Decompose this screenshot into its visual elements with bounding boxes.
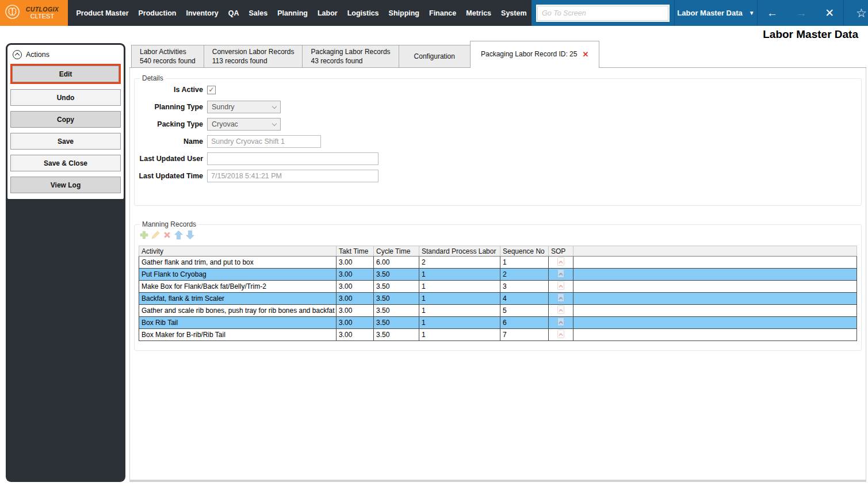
cell-takt-time: 3.00 — [337, 317, 374, 329]
nav-item-sales[interactable]: Sales — [244, 9, 273, 17]
cell-cycle-time: 3.50 — [374, 329, 419, 341]
cell-sequence-no: 6 — [500, 317, 549, 329]
copy-button[interactable]: Copy — [10, 111, 121, 128]
last-updated-time-label: Last Updated Time — [139, 172, 203, 180]
nav-item-system[interactable]: System — [496, 9, 531, 17]
edit-button[interactable]: Edit — [12, 66, 119, 82]
close-screen-icon[interactable]: ✕ — [825, 6, 834, 20]
column-header-sop[interactable]: SOP — [549, 246, 573, 257]
table-row[interactable]: Gather and scale rib bones, push tray fo… — [139, 305, 857, 317]
column-header-cycle-time[interactable]: Cycle Time — [374, 246, 419, 257]
cell-cycle-time: 3.50 — [374, 293, 419, 305]
nav-item-qa[interactable]: QA — [223, 9, 244, 17]
move-up-icon[interactable] — [174, 230, 183, 240]
add-icon[interactable] — [139, 230, 149, 240]
tab-label: Configuration — [414, 52, 455, 61]
cell-standard-process-labor: 1 — [419, 281, 500, 293]
planning-type-select[interactable]: Sundry — [207, 101, 281, 113]
save-button[interactable]: Save — [10, 133, 121, 150]
nav-item-finance[interactable]: Finance — [425, 9, 461, 17]
cell-filler — [573, 317, 857, 329]
column-header-activity[interactable]: Activity — [139, 246, 337, 257]
pdf-icon[interactable] — [549, 329, 573, 341]
column-header-standard-process-labor[interactable]: Standard Process Labor — [419, 246, 500, 257]
column-header-takt-time[interactable]: Takt Time — [337, 246, 374, 257]
column-header-sequence-no[interactable]: Sequence No — [500, 246, 549, 257]
pdf-icon[interactable] — [549, 305, 573, 317]
save-close-button[interactable]: Save & Close — [10, 155, 121, 171]
cell-sequence-no: 2 — [500, 269, 549, 281]
view-log-button[interactable]: View Log — [10, 177, 121, 193]
nav-item-product-master[interactable]: Product Master — [71, 9, 133, 17]
table-row[interactable]: Make Box for Flank/Back fat/Belly/Trim-2… — [139, 281, 857, 293]
tab-label: Packaging Labor Records — [311, 47, 390, 56]
save-close-button-wrap: Save & Close — [10, 155, 121, 171]
nav-item-planning[interactable]: Planning — [273, 9, 313, 17]
save-button-wrap: Save — [10, 133, 121, 150]
goto-screen-input[interactable] — [537, 6, 668, 21]
nav-item-inventory[interactable]: Inventory — [181, 9, 223, 17]
page-title: Labor Master Data — [763, 28, 858, 41]
edit-icon[interactable] — [151, 230, 160, 240]
is-active-checkbox[interactable]: ✓ — [207, 86, 216, 94]
cell-takt-time: 3.00 — [337, 281, 374, 293]
column-header-filler — [573, 246, 857, 257]
cell-takt-time: 3.00 — [337, 305, 374, 317]
cell-sequence-no: 4 — [500, 293, 549, 305]
star-icon[interactable]: ☆ — [856, 6, 867, 20]
undo-button[interactable]: Undo — [10, 89, 121, 106]
last-updated-time-field[interactable] — [207, 170, 378, 182]
cell-activity: Box Maker for B-rib/Rib Tail — [139, 329, 337, 341]
table-header-row: ActivityTakt TimeCycle TimeStandard Proc… — [139, 246, 857, 257]
table-row[interactable]: Box Rib Tail3.003.5016 — [139, 317, 857, 329]
nav-item-production[interactable]: Production — [133, 9, 181, 17]
name-field[interactable] — [207, 135, 321, 148]
close-tab-icon[interactable]: ✕ — [582, 49, 588, 60]
back-arrow-icon[interactable]: ← — [767, 7, 778, 20]
table-row[interactable]: Put Flank to Cryobag3.003.5012 — [139, 269, 857, 281]
cell-filler — [573, 257, 857, 269]
name-label: Name — [139, 137, 203, 146]
collapse-chevron-icon[interactable] — [13, 50, 22, 59]
actions-header[interactable]: Actions — [7, 45, 124, 64]
cell-cycle-time: 3.50 — [374, 305, 419, 317]
nav-item-shipping[interactable]: Shipping — [384, 9, 424, 17]
tab-conversion-labor-records[interactable]: Conversion Labor Records113 records foun… — [204, 45, 303, 67]
screen-selector-dropdown[interactable]: Labor Master Data ▼ — [675, 9, 757, 17]
labor-master-data-screen: CUTLOGIX CLTEST Product MasterProduction… — [0, 0, 868, 486]
tab-packaging-labor-record-id-25[interactable]: Packaging Labor Record ID: 25✕ — [470, 41, 599, 67]
tab-configuration[interactable]: Configuration — [399, 45, 471, 67]
pdf-icon[interactable] — [549, 281, 573, 293]
table-row[interactable]: Backfat, flank & trim Scaler3.003.5014 — [139, 293, 857, 305]
details-groupbox: Details Is Active ✓ Planning Type Sundry… — [134, 74, 862, 206]
pdf-icon[interactable] — [549, 257, 573, 269]
pdf-icon[interactable] — [549, 293, 573, 305]
tab-content: Details Is Active ✓ Planning Type Sundry… — [129, 68, 866, 482]
nav-item-logistics[interactable]: Logistics — [342, 9, 384, 17]
app-logo[interactable]: CUTLOGIX CLTEST — [0, 0, 68, 26]
tab-strip: Labor Activities540 records foundConvers… — [129, 41, 866, 68]
actions-panel-title: Actions — [26, 51, 49, 59]
last-updated-user-field[interactable] — [207, 152, 378, 165]
nav-item-labor[interactable]: Labor — [312, 9, 342, 17]
cell-cycle-time: 3.50 — [374, 317, 419, 329]
tab-labor-activities[interactable]: Labor Activities540 records found — [131, 45, 204, 67]
nav-item-metrics[interactable]: Metrics — [461, 9, 496, 17]
cell-takt-time: 3.00 — [337, 269, 374, 281]
table-row[interactable]: Box Maker for B-rib/Rib Tail3.003.5017 — [139, 329, 857, 341]
planning-type-label: Planning Type — [139, 103, 203, 111]
pdf-icon[interactable] — [549, 269, 573, 281]
packing-type-select[interactable]: Cryovac — [207, 118, 281, 131]
move-down-icon[interactable] — [185, 230, 195, 240]
table-row[interactable]: Gather flank and trim, and put to box3.0… — [139, 257, 857, 269]
delete-icon[interactable] — [162, 230, 172, 240]
manning-toolbar — [139, 230, 857, 240]
cell-takt-time: 3.00 — [337, 293, 374, 305]
cutlogix-brain-icon — [5, 4, 20, 22]
top-navigation-bar: CUTLOGIX CLTEST Product MasterProduction… — [0, 0, 868, 26]
cell-sequence-no: 1 — [500, 257, 549, 269]
tab-packaging-labor-records[interactable]: Packaging Labor Records43 records found — [302, 45, 399, 67]
pdf-icon[interactable] — [549, 317, 573, 329]
tab-record-count: 540 records found — [140, 56, 196, 66]
forward-arrow-icon[interactable]: → — [796, 7, 807, 20]
